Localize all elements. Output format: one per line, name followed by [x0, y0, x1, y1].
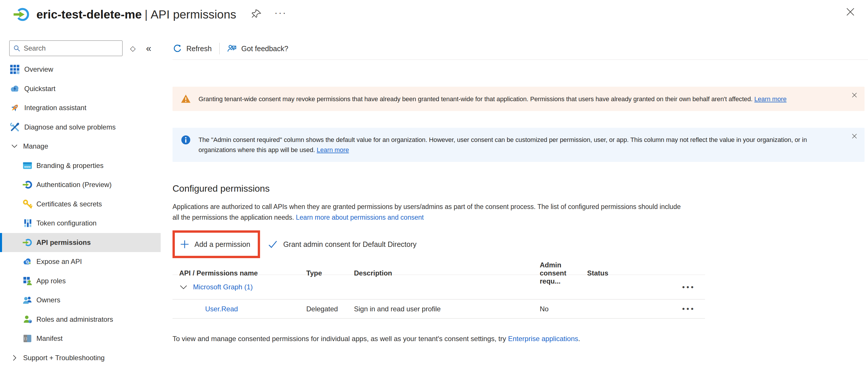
ellipsis-icon[interactable]: ···: [274, 9, 287, 19]
feedback-button[interactable]: Got feedback?: [227, 44, 288, 54]
sidebar-nav: Overview Quickstart: [0, 60, 161, 367]
sidebar-item-label: Owners: [36, 296, 60, 304]
info-banner: The "Admin consent required" column show…: [173, 128, 865, 162]
refresh-label: Refresh: [186, 44, 212, 53]
warning-learn-more-link[interactable]: Learn more: [754, 95, 787, 103]
app-roles-icon: [23, 276, 32, 286]
col-header-description: Description: [354, 269, 540, 277]
authentication-icon: [23, 180, 32, 190]
sidebar-item-label: Quickstart: [24, 85, 56, 93]
sidebar-item-label: App roles: [36, 277, 66, 285]
sidebar-item-app-roles[interactable]: App roles: [0, 271, 161, 291]
section-description: Applications are authorized to call APIs…: [173, 202, 687, 223]
table-row: User.Read Delegated Sign in and read use…: [173, 300, 705, 318]
sidebar-item-certificates[interactable]: Certificates & secrets: [0, 194, 161, 214]
sidebar-item-owners[interactable]: Owners: [0, 290, 161, 310]
sidebar-item-integration-assistant[interactable]: Integration assistant: [0, 98, 161, 118]
blade-header: eric-test-delete-me|API permissions ···: [0, 0, 868, 29]
search-input-wrap: [9, 40, 123, 56]
add-permission-button[interactable]: Add a permission: [175, 233, 258, 256]
svg-text:{ }: { }: [24, 337, 27, 341]
page-title: eric-test-delete-me|API permissions: [36, 8, 236, 21]
row-menu-icon[interactable]: •••: [682, 283, 705, 292]
warning-banner-text: Granting tenant-wide consent may revoke …: [198, 94, 786, 104]
refresh-icon: [173, 44, 182, 54]
chevron-down-icon: [11, 143, 18, 150]
overview-grid-icon: [10, 64, 20, 74]
sidebar-item-branding[interactable]: www Branding & properties: [0, 156, 161, 176]
expose-api-cloud-icon: [23, 257, 32, 267]
roles-admins-icon: [23, 314, 32, 324]
permission-link[interactable]: User.Read: [205, 305, 238, 313]
search-input[interactable]: [24, 44, 119, 52]
feedback-label: Got feedback?: [241, 44, 288, 53]
sidebar-item-roles-and-administrators[interactable]: Roles and administrators: [0, 310, 161, 329]
col-header-status: Status: [587, 269, 625, 277]
sidebar-item-label: Expose an API: [36, 257, 82, 266]
permission-description: Sign in and read user profile: [354, 305, 540, 313]
rocket-icon: [10, 103, 20, 113]
col-header-admin-consent: Admin consent requ...: [540, 261, 587, 285]
info-circle-icon: [181, 135, 191, 145]
info-learn-more-link[interactable]: Learn more: [317, 146, 349, 153]
sidebar-item-label: Roles and administrators: [36, 315, 113, 323]
sidebar-item-label: Certificates & secrets: [36, 200, 102, 208]
plus-icon: [180, 240, 189, 249]
sidebar-group-support-troubleshooting[interactable]: Support + Troubleshooting: [0, 348, 161, 368]
main-content: Refresh Got feedback?: [161, 29, 868, 370]
sidebar-item-diagnose[interactable]: Diagnose and solve problems: [0, 118, 161, 137]
sidebar-item-label: Authentication (Preview): [36, 181, 112, 189]
sidebar-item-expose-an-api[interactable]: Expose an API: [0, 252, 161, 271]
refresh-button[interactable]: Refresh: [173, 44, 212, 54]
feedback-icon: [227, 44, 237, 54]
section-heading: Configured permissions: [173, 183, 865, 194]
permission-type: Delegated: [306, 305, 354, 313]
banner-close-icon[interactable]: [851, 132, 858, 140]
key-icon: [23, 199, 32, 209]
actions-row: Add a permission Grant admin consent for…: [173, 230, 865, 258]
sidebar-group-manage[interactable]: Manage: [0, 137, 161, 156]
close-icon[interactable]: [845, 6, 856, 17]
sidebar-item-token-configuration[interactable]: Token configuration: [0, 214, 161, 233]
blade-name: API permissions: [151, 8, 236, 21]
enterprise-applications-link[interactable]: Enterprise applications: [508, 335, 578, 343]
warning-banner: Granting tenant-wide consent may revoke …: [173, 87, 865, 111]
table-header-row: API / Permissions name Type Description …: [173, 261, 705, 275]
highlight-box: Add a permission: [173, 230, 260, 258]
permission-admin-consent: No: [540, 305, 587, 313]
sidebar-item-label: Overview: [24, 65, 53, 73]
sidebar-item-manifest[interactable]: { } Manifest: [0, 329, 161, 348]
sidebar: ◇ « Overview: [0, 29, 161, 370]
chevron-down-icon[interactable]: [179, 283, 188, 291]
sidebar-item-overview[interactable]: Overview: [0, 60, 161, 79]
sidebar-item-label: Branding & properties: [36, 162, 103, 170]
toolbar-divider: [219, 43, 220, 54]
grant-admin-consent-label: Grant admin consent for Default Director…: [283, 240, 416, 249]
pin-icon[interactable]: [251, 9, 262, 20]
grant-admin-consent-button[interactable]: Grant admin consent for Default Director…: [268, 239, 416, 249]
table-row: Microsoft Graph (1) •••: [173, 275, 705, 300]
svg-text:www: www: [24, 165, 31, 168]
sidebar-item-api-permissions[interactable]: API permissions: [0, 233, 161, 252]
sidebar-item-label: Manifest: [36, 334, 63, 343]
checkmark-icon: [268, 239, 278, 249]
banner-close-icon[interactable]: [851, 91, 858, 99]
sidebar-item-authentication[interactable]: Authentication (Preview): [0, 175, 161, 194]
owners-icon: [23, 295, 32, 305]
api-group-link[interactable]: Microsoft Graph (1): [193, 283, 253, 291]
token-bars-icon: [23, 218, 32, 228]
sidebar-group-label: Manage: [23, 142, 48, 150]
sidebar-item-label: API permissions: [36, 239, 91, 247]
permissions-consent-learn-more-link[interactable]: Learn more about permissions and consent: [296, 214, 424, 221]
search-icon: [13, 44, 21, 52]
chevron-right-icon: [11, 354, 18, 361]
command-bar: Refresh Got feedback?: [173, 41, 865, 56]
resize-handle-icon[interactable]: ◇: [130, 44, 135, 53]
row-menu-icon[interactable]: •••: [682, 304, 705, 313]
tools-icon: [10, 122, 20, 132]
sidebar-item-quickstart[interactable]: Quickstart: [0, 79, 161, 99]
api-permissions-icon: [23, 238, 32, 247]
app-name: eric-test-delete-me: [36, 8, 142, 21]
collapse-menu-icon[interactable]: «: [146, 43, 151, 54]
sidebar-group-label: Support + Troubleshooting: [23, 354, 104, 362]
